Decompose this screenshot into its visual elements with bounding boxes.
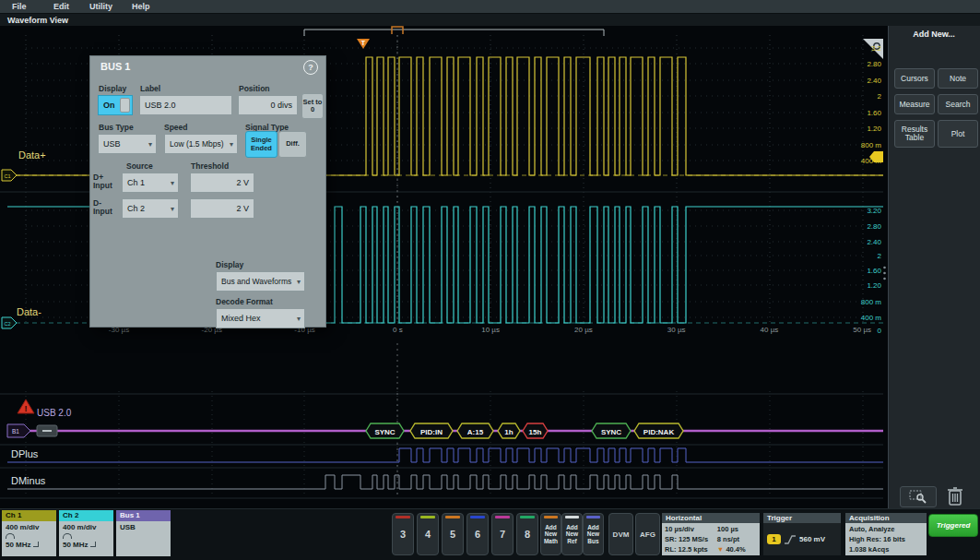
add-results-table-button[interactable]: Results Table	[894, 120, 935, 148]
waveform-view-tab[interactable]: Waveform View	[0, 16, 68, 25]
add-plot-button[interactable]: Plot	[938, 120, 978, 148]
decode-box-a-15: A:15	[457, 423, 493, 438]
bandwidth-icon	[90, 542, 96, 547]
trash-icon	[944, 484, 966, 508]
bus-type-dropdown[interactable]: USB▾	[98, 134, 157, 154]
ch1-axis-label: 2.80	[841, 60, 881, 68]
horizontal-panel[interactable]: Horizontal 10 µs/div SR: 125 MS/s RL: 12…	[662, 513, 760, 555]
threshold-label: Threshold	[191, 161, 229, 171]
time-axis-label: 50 µs	[842, 326, 882, 334]
speed-label: Speed	[164, 123, 188, 132]
source-label: Source	[126, 161, 153, 171]
ch1-axis-label: 1.60	[841, 109, 881, 117]
ch1-badge-body: 400 m/div 50 MHz	[2, 521, 56, 556]
peak-detect-icon	[63, 532, 113, 541]
ch2-badge-header: Ch 2	[59, 510, 113, 521]
horizontal-title: Horizontal	[662, 513, 760, 523]
bus-usb-label: USB 2.0	[37, 408, 71, 418]
svg-text:C1: C1	[4, 173, 10, 179]
svg-text:PID:IN: PID:IN	[420, 428, 443, 436]
bus-position-badge[interactable]: B1	[7, 424, 30, 437]
speed-dropdown[interactable]: Low (1.5 Mbps)▾	[164, 134, 238, 154]
ch2-badge-body: 400 m/div 50 MHz	[59, 521, 113, 556]
zoom-box-icon	[909, 490, 927, 504]
menu-edit[interactable]: Edit	[53, 0, 69, 13]
trigger-level: 560 mV	[799, 534, 825, 544]
dvm-button[interactable]: DVM	[608, 513, 633, 555]
svg-text:C2: C2	[4, 321, 10, 327]
sample-interval: 8 ns/pt	[717, 534, 757, 544]
menu-file[interactable]: File	[12, 0, 27, 13]
record-length: RL: 12.5 kpts	[665, 544, 717, 554]
menu-utility[interactable]: Utility	[89, 0, 112, 13]
svg-text:PID:NAK: PID:NAK	[643, 428, 675, 436]
dminus-threshold-input[interactable]: 2 V	[190, 198, 254, 219]
channel-6-button[interactable]: 6	[466, 513, 489, 555]
trigger-position-flag[interactable]: T	[357, 39, 370, 49]
bus1-badge[interactable]: Bus 1 USB	[116, 510, 171, 556]
position-input[interactable]: 0 divs	[238, 95, 298, 115]
set-to-zero-button[interactable]: Set to 0	[301, 93, 324, 119]
trigger-panel[interactable]: Trigger 1 560 mV	[763, 513, 841, 555]
zoom-box-button[interactable]	[900, 486, 937, 507]
afg-button[interactable]: AFG	[635, 513, 660, 555]
add-search-button[interactable]: Search	[938, 94, 978, 114]
dplus-digital-trace	[7, 448, 883, 462]
ch1-position-badge[interactable]: C1	[2, 170, 17, 181]
expansion-point-marker[interactable]	[392, 27, 403, 34]
zoom-window-bracket[interactable]	[304, 30, 604, 36]
bus-collapse-button[interactable]	[37, 425, 57, 436]
channel-4-button[interactable]: 4	[417, 513, 439, 555]
ch1-badge[interactable]: Ch 1 400 m/div 50 MHz	[2, 510, 56, 556]
add-new-bus-button[interactable]: AddNewBus	[583, 513, 604, 555]
trash-button[interactable]	[944, 484, 966, 508]
add-measure-button[interactable]: Measure	[894, 94, 935, 114]
dplus-source-value: Ch 1	[127, 178, 145, 187]
add-new-ref-button[interactable]: AddNewRef	[561, 513, 583, 555]
diff-button[interactable]: Diff.	[278, 131, 307, 158]
decode-box-pid-nak: PID:NAK	[634, 423, 683, 438]
display-mode-dropdown[interactable]: Bus and Waveforms▾	[216, 271, 305, 292]
ch2-position-badge[interactable]: C2	[2, 317, 17, 328]
dplus-threshold-input[interactable]: 2 V	[190, 173, 254, 193]
data-minus-signal-label: Data-	[17, 306, 41, 317]
svg-text:SYNC: SYNC	[374, 428, 395, 436]
decode-format-dropdown[interactable]: Mixed Hex▾	[216, 308, 305, 328]
ch1-badge-header: Ch 1	[2, 510, 56, 521]
horizontal-scale: 10 µs/div	[665, 524, 717, 534]
dminus-source-dropdown[interactable]: Ch 2▾	[122, 198, 179, 219]
ch2-badge[interactable]: Ch 2 400 m/div 50 MHz	[59, 510, 113, 556]
acquisition-title: Acquisition	[845, 513, 927, 523]
channel-8-button[interactable]: 8	[516, 513, 538, 555]
dplus-signal-label: DPlus	[11, 448, 38, 459]
add-new-math-button[interactable]: AddNewMath	[540, 513, 561, 555]
ch2-axis-label: 1.60	[841, 267, 881, 275]
acquisition-panel[interactable]: Acquisition Auto, Analyze High Res: 16 b…	[845, 513, 927, 555]
channel-3-button[interactable]: 3	[392, 513, 414, 555]
bus1-config-dialog: BUS 1 ? Display Label Position On USB 2.…	[89, 55, 326, 328]
channel-7-button[interactable]: 7	[491, 513, 514, 555]
dplus-source-dropdown[interactable]: Ch 1▾	[122, 173, 179, 193]
bus1-badge-header: Bus 1	[116, 510, 171, 521]
single-ended-button[interactable]: Single Ended	[245, 131, 277, 158]
panel-splitter-grip[interactable]	[883, 267, 886, 280]
dminus-signal-label: DMinus	[11, 475, 45, 486]
channel-5-button[interactable]: 5	[442, 513, 464, 555]
label-input[interactable]: USB 2.0	[139, 95, 232, 115]
help-icon[interactable]: ?	[303, 60, 318, 75]
svg-text:B1: B1	[12, 428, 19, 435]
ch1-axis-label: 800 m	[841, 141, 881, 149]
menu-help[interactable]: Help	[132, 0, 150, 13]
add-note-button[interactable]: Note	[938, 68, 978, 89]
add-cursors-button[interactable]: Cursors	[894, 68, 935, 89]
add-new-title: Add New...	[888, 30, 980, 39]
decode-box-sync: SYNC	[366, 423, 404, 438]
ch2-axis-label: 400 m	[841, 314, 881, 322]
svg-text:1h: 1h	[504, 428, 513, 436]
svg-text:T: T	[361, 40, 366, 46]
time-axis-label: 30 µs	[656, 326, 697, 334]
speed-value: Low (1.5 Mbps)	[170, 139, 224, 149]
display-on-toggle[interactable]: On	[98, 95, 133, 115]
trigger-title: Trigger	[763, 513, 841, 523]
triggered-status-button[interactable]: Triggered	[928, 514, 978, 537]
